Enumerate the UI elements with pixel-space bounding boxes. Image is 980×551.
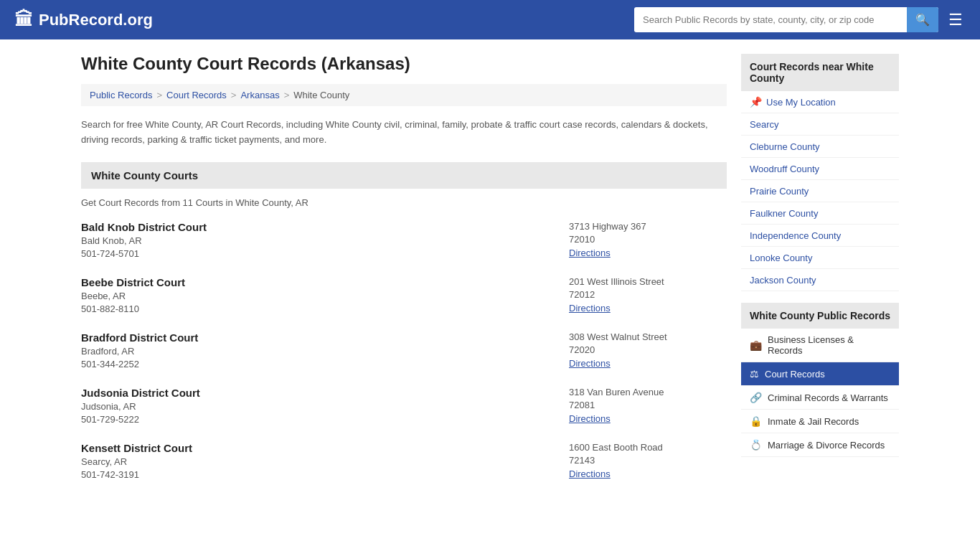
court-entry: Bradford District Court Bradford, AR 501… [81, 331, 727, 369]
nearby-link-item[interactable]: Searcy [741, 113, 899, 136]
court-name: Bald Knob District Court [81, 221, 569, 233]
court-left: Beebe District Court Beebe, AR 501-882-8… [81, 276, 569, 314]
logo-icon: 🏛 [14, 9, 33, 31]
breadcrumb-arkansas[interactable]: Arkansas [240, 90, 279, 100]
public-record-link-item[interactable]: ⚖ Court Records [741, 362, 899, 386]
court-phone: 501-742-3191 [81, 469, 569, 480]
nearby-section-header: Court Records near White County [741, 54, 899, 91]
breadcrumb-public-records[interactable]: Public Records [90, 90, 152, 100]
nearby-link-item[interactable]: Jackson County [741, 269, 899, 291]
courts-count: Get Court Records from 11 Courts in Whit… [81, 197, 727, 208]
directions-link[interactable]: Directions [569, 468, 611, 479]
nearby-link-item[interactable]: Independence County [741, 225, 899, 247]
courts-list: Bald Knob District Court Bald Knob, AR 5… [81, 221, 727, 480]
court-city: Bradford, AR [81, 346, 569, 357]
court-city: Bald Knob, AR [81, 235, 569, 246]
directions-link[interactable]: Directions [569, 303, 611, 314]
directions-link[interactable]: Directions [569, 413, 611, 424]
court-address: 1600 East Booth Road [569, 442, 727, 453]
nearby-link-item[interactable]: Prairie County [741, 180, 899, 202]
content-area: White County Court Records (Arkansas) Pu… [81, 54, 727, 497]
court-right: 308 West Walnut Street 72020 Directions [569, 331, 727, 369]
nearby-links-container: SearcyCleburne CountyWoodruff CountyPrai… [741, 113, 899, 291]
public-record-link-item[interactable]: 💼 Business Licenses & Records [741, 329, 899, 362]
nearby-link-item[interactable]: Faulkner County [741, 202, 899, 225]
public-record-link-item[interactable]: 🔒 Inmate & Jail Records [741, 410, 899, 433]
logo-text: PubRecord.org [39, 11, 153, 29]
page-title: White County Court Records (Arkansas) [81, 54, 727, 74]
court-address: 201 West Illinois Street [569, 276, 727, 287]
nearby-link[interactable]: Faulkner County [750, 208, 818, 219]
public-record-link[interactable]: Court Records [765, 369, 825, 380]
court-phone: 501-882-8110 [81, 303, 569, 314]
court-address: 318 Van Buren Avenue [569, 387, 727, 397]
court-entry: Judsonia District Court Judsonia, AR 501… [81, 387, 727, 425]
location-icon: 📌 [750, 96, 762, 108]
public-record-icon: 💍 [750, 439, 762, 451]
header-right: 🔍 ☰ [634, 7, 966, 32]
site-logo[interactable]: 🏛 PubRecord.org [14, 9, 153, 31]
court-left: Bald Knob District Court Bald Knob, AR 5… [81, 221, 569, 259]
nearby-links-list: 📌 Use My Location SearcyCleburne CountyW… [741, 91, 899, 291]
nearby-link-item[interactable]: Lonoke County [741, 247, 899, 269]
nearby-link[interactable]: Lonoke County [750, 253, 812, 263]
court-left: Judsonia District Court Judsonia, AR 501… [81, 387, 569, 425]
court-name: Judsonia District Court [81, 387, 569, 399]
use-my-location[interactable]: 📌 Use My Location [741, 91, 899, 113]
nearby-link[interactable]: Woodruff County [750, 164, 819, 174]
directions-link[interactable]: Directions [569, 248, 611, 258]
public-record-icon: ⚖ [750, 368, 759, 380]
public-record-link-item[interactable]: 💍 Marriage & Divorce Records [741, 433, 899, 457]
nearby-link-item[interactable]: Woodruff County [741, 158, 899, 180]
nearby-link[interactable]: Cleburne County [750, 141, 820, 152]
court-zip: 72143 [569, 455, 727, 466]
court-zip: 72020 [569, 344, 727, 355]
nearby-link[interactable]: Prairie County [750, 186, 809, 197]
breadcrumb: Public Records > Court Records > Arkansa… [81, 84, 727, 106]
court-name: Beebe District Court [81, 276, 569, 288]
court-phone: 501-724-5701 [81, 248, 569, 259]
court-city: Searcy, AR [81, 456, 569, 467]
court-right: 201 West Illinois Street 72012 Direction… [569, 276, 727, 314]
breadcrumb-sep-1: > [156, 90, 162, 100]
sidebar: Court Records near White County 📌 Use My… [741, 54, 899, 497]
courts-section-header: White County Courts [81, 162, 727, 189]
main-container: White County Court Records (Arkansas) Pu… [67, 39, 913, 512]
court-zip: 72010 [569, 234, 727, 245]
public-record-link[interactable]: Inmate & Jail Records [768, 416, 859, 427]
public-record-link-item[interactable]: 🔗 Criminal Records & Warrants [741, 386, 899, 410]
breadcrumb-court-records[interactable]: Court Records [166, 90, 227, 100]
court-city: Judsonia, AR [81, 401, 569, 412]
public-records-links-list: 💼 Business Licenses & Records ⚖ Court Re… [741, 329, 899, 457]
public-record-icon: 🔗 [750, 392, 762, 403]
public-record-link[interactable]: Marriage & Divorce Records [768, 440, 885, 451]
nearby-link[interactable]: Independence County [750, 230, 841, 241]
court-right: 1600 East Booth Road 72143 Directions [569, 442, 727, 480]
court-phone: 501-729-5222 [81, 414, 569, 425]
court-entry: Kensett District Court Searcy, AR 501-74… [81, 442, 727, 480]
public-record-link[interactable]: Criminal Records & Warrants [768, 392, 888, 403]
court-zip: 72012 [569, 289, 727, 300]
court-phone: 501-344-2252 [81, 359, 569, 369]
court-entry: Beebe District Court Beebe, AR 501-882-8… [81, 276, 727, 314]
breadcrumb-sep-2: > [231, 90, 237, 100]
court-left: Bradford District Court Bradford, AR 501… [81, 331, 569, 369]
use-location-link[interactable]: Use My Location [766, 97, 836, 108]
hamburger-button[interactable]: ☰ [946, 8, 966, 32]
directions-link[interactable]: Directions [569, 358, 611, 369]
court-right: 318 Van Buren Avenue 72081 Directions [569, 387, 727, 425]
search-input[interactable] [634, 9, 907, 31]
nearby-link[interactable]: Searcy [750, 119, 778, 130]
nearby-link[interactable]: Jackson County [750, 275, 816, 286]
public-record-icon: 💼 [750, 339, 762, 351]
public-record-link[interactable]: Business Licenses & Records [768, 334, 890, 356]
court-address: 3713 Highway 367 [569, 221, 727, 232]
court-name: Kensett District Court [81, 442, 569, 454]
nearby-link-item[interactable]: Cleburne County [741, 136, 899, 158]
court-city: Beebe, AR [81, 291, 569, 301]
breadcrumb-white-county: White County [293, 90, 349, 100]
public-records-header: White County Public Records [741, 303, 899, 329]
court-address: 308 West Walnut Street [569, 331, 727, 342]
public-record-icon: 🔒 [750, 415, 762, 427]
search-button[interactable]: 🔍 [907, 7, 938, 32]
